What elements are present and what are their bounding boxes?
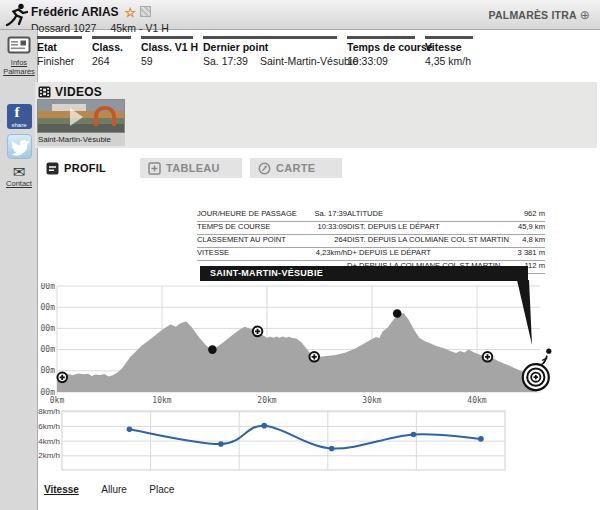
info-value: 962 m (524, 209, 545, 220)
svg-text:10km: 10km (152, 396, 171, 405)
favorite-star-icon[interactable]: ☆ (125, 5, 137, 20)
table-icon (148, 162, 161, 175)
videos-title: VIDEOS (55, 85, 102, 99)
svg-text:3100m: 3100m (40, 283, 55, 291)
tab-allure[interactable]: Allure (101, 484, 127, 495)
info-value: 4,8 km (522, 235, 545, 246)
info-label: D+ DEPUIS LE DÉPART (347, 248, 431, 259)
stat-value: 10:33:09 (347, 55, 415, 67)
info-row: DIST. DEPUIS LA COLMIANE COL ST MARTIN4,… (347, 235, 545, 248)
video-thumbnail-image (37, 99, 125, 133)
info-value: 10:33:09 (317, 222, 347, 233)
tab-place[interactable]: Place (149, 484, 174, 495)
stat-label: Class. (92, 41, 131, 53)
svg-text:4km/h: 4km/h (38, 437, 60, 446)
sidebar: Infos Palmarès f share ✉ Contact (0, 30, 38, 510)
palmares-itra-button[interactable]: PALMARÈS ITRA⊕ (489, 8, 590, 22)
info-row: DIST. DEPUIS LE DÉPART45,9 km (347, 222, 545, 235)
info-value: Sa. 17:39 (314, 209, 347, 220)
tooltip-pointer (510, 280, 538, 348)
svg-text:40km: 40km (467, 396, 486, 405)
info-value: 45,9 km (518, 222, 545, 233)
tab-tableau[interactable]: TABLEAU (140, 158, 242, 178)
info-value: 3 381 m (518, 248, 545, 259)
info-label: CLASSEMENT AU POINT (197, 235, 286, 246)
svg-text:2100m: 2100m (40, 324, 55, 333)
page: Frédéric ARIAS☆ Dossard 102745km - V1 H … (0, 0, 600, 510)
svg-text:2600m: 2600m (40, 303, 55, 312)
profile-chart-icon (46, 162, 59, 175)
stat-dernier-point: Dernier point Sa. 17:39Saint-Martin-Vésu… (203, 36, 337, 67)
film-icon (38, 86, 51, 98)
info-value: 4,23km/h (316, 248, 347, 259)
stat-label: Temps de course (347, 41, 415, 53)
runner-subtitle: Dossard 102745km - V1 H (31, 22, 169, 34)
compass-icon (258, 162, 271, 175)
tab-vitesse[interactable]: Vitesse (44, 484, 79, 495)
metric-tabs: Vitesse Allure Place (44, 479, 192, 497)
header-bar: Frédéric ARIAS☆ Dossard 102745km - V1 H … (0, 0, 600, 30)
runner-stats-row: Etat Finisher Class. 264 Class. V1 H 59 … (37, 36, 483, 67)
stat-vitesse: Vitesse 4,35 km/h (425, 36, 473, 67)
info-label: DIST. DEPUIS LA COLMIANE COL ST MARTIN (347, 235, 509, 246)
speed-chart[interactable]: 8km/h6km/h4km/h2km/h (35, 406, 600, 476)
stat-value: Finisher (37, 55, 82, 67)
facebook-icon: f share (7, 104, 32, 129)
info-label: DIST. DEPUIS LE DÉPART (347, 222, 440, 233)
badge-icon[interactable] (140, 6, 151, 17)
stat-label: Class. V1 H (141, 41, 193, 53)
stat-value: 264 (92, 55, 131, 67)
sidebar-item-contact[interactable]: ✉ Contact (0, 165, 38, 189)
contact-label: Contact (0, 180, 38, 189)
svg-text:1600m: 1600m (40, 345, 55, 354)
info-row: JOUR/HEURE DE PASSAGESa. 17:39 (197, 209, 347, 222)
svg-text:30km: 30km (362, 396, 381, 405)
tab-tableau-label: TABLEAU (166, 162, 220, 174)
sidebar-item-facebook-share[interactable]: f share (0, 104, 38, 129)
tab-profil-label: PROFIL (64, 162, 106, 174)
info-row: D+ DEPUIS LE DÉPART3 381 m (347, 248, 545, 261)
stat-temps-de-course: Temps de course 10:33:09 (347, 36, 415, 67)
svg-text:1100m: 1100m (40, 366, 55, 375)
svg-text:20km: 20km (257, 396, 276, 405)
twitter-icon (7, 134, 32, 159)
play-icon (70, 108, 83, 126)
passage-info-left: JOUR/HEURE DE PASSAGESa. 17:39 TEMPS DE … (197, 209, 347, 261)
info-label: ALTITUDE (347, 209, 383, 220)
stat-label: Etat (37, 41, 82, 53)
info-label: VITESSE (197, 248, 229, 259)
svg-text:2km/h: 2km/h (38, 451, 60, 460)
dossard-number: Dossard 1027 (31, 22, 96, 34)
tab-carte[interactable]: CARTE (250, 158, 342, 178)
stat-class-v1h: Class. V1 H 59 (141, 36, 193, 67)
stat-class: Class. 264 (92, 36, 131, 67)
info-row: ALTITUDE962 m (347, 209, 545, 222)
video-thumbnail-caption: Saint-Martin-Vésubie (37, 133, 125, 146)
envelope-icon: ✉ (0, 165, 38, 179)
last-point-place: Saint-Martin-Vésubie (260, 55, 358, 67)
checkpoint-tooltip: SAINT-MARTIN-VÉSUBIE (200, 266, 528, 281)
info-label: JOUR/HEURE DE PASSAGE (197, 209, 297, 220)
stat-value: 59 (141, 55, 193, 67)
info-row: TEMPS DE COURSE10:33:09 (197, 222, 347, 235)
stat-etat: Etat Finisher (37, 36, 82, 67)
info-label: TEMPS DE COURSE (197, 222, 270, 233)
plus-circle-icon: ⊕ (580, 8, 590, 22)
svg-text:8km/h: 8km/h (38, 407, 60, 416)
stat-label: Dernier point (203, 41, 337, 53)
sidebar-item-twitter[interactable] (0, 134, 38, 159)
runner-name: Frédéric ARIAS (31, 5, 119, 19)
last-point-time: Sa. 17:39 (203, 55, 248, 67)
video-thumbnail[interactable]: Saint-Martin-Vésubie (37, 99, 125, 146)
svg-text:6km/h: 6km/h (38, 422, 60, 431)
stat-value: Sa. 17:39Saint-Martin-Vésubie (203, 55, 337, 67)
facebook-share-label: share (7, 122, 32, 128)
stat-value: 4,35 km/h (425, 55, 473, 67)
infos-palmares-label: Infos Palmarès (0, 59, 38, 76)
videos-panel: VIDEOS Saint-Martin-Vésubie (35, 82, 597, 148)
tab-profil[interactable]: PROFIL (38, 158, 114, 178)
runner-icon (4, 2, 30, 32)
sidebar-item-infos-palmares[interactable]: Infos Palmarès (0, 36, 38, 76)
stat-label: Vitesse (425, 41, 473, 53)
facebook-f: f (15, 104, 20, 121)
